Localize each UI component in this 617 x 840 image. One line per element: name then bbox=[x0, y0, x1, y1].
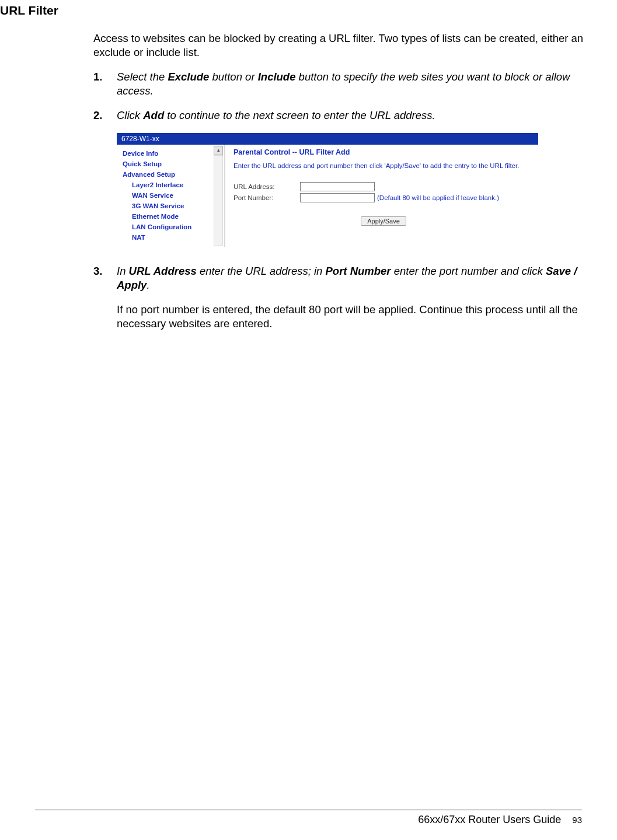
footer-page-number: 93 bbox=[572, 815, 582, 825]
port-number-input[interactable] bbox=[300, 193, 375, 202]
port-number-label: Port Number: bbox=[233, 194, 300, 201]
url-address-input[interactable] bbox=[300, 182, 375, 191]
content-pane: Parental Control -- URL Filter Add Enter… bbox=[225, 145, 538, 247]
content-description: Enter the URL address and port number th… bbox=[233, 162, 534, 169]
embedded-screenshot: 6728-W1-xx ▴ Device Info Quick Setup Adv… bbox=[117, 133, 538, 247]
step-3-frag-d: enter the port number and click bbox=[391, 265, 546, 277]
step-2-frag-a: Click bbox=[117, 109, 143, 121]
nav-quick-setup[interactable]: Quick Setup bbox=[120, 159, 224, 169]
step-3-bold-port-number: Port Number bbox=[326, 265, 391, 277]
nav-ethernet-mode[interactable]: Ethernet Mode bbox=[120, 211, 224, 222]
port-number-hint: (Default 80 will be applied if leave bla… bbox=[377, 194, 499, 201]
step-2-text: Click Add to continue to the next screen… bbox=[117, 108, 584, 123]
url-address-label: URL Address: bbox=[233, 183, 300, 190]
nav-nat[interactable]: NAT bbox=[120, 232, 224, 243]
nav-lan-configuration[interactable]: LAN Configuration bbox=[120, 222, 224, 232]
step-1-frag-a: Select the bbox=[117, 71, 168, 83]
apply-save-button[interactable]: Apply/Save bbox=[361, 216, 406, 226]
port-number-row: Port Number: (Default 80 will be applied… bbox=[233, 193, 534, 202]
step-3-note: If no port number is entered, the defaul… bbox=[117, 303, 584, 331]
nav-layer2-interface[interactable]: Layer2 Interface bbox=[120, 180, 224, 190]
step-2: 2. Click Add to continue to the next scr… bbox=[93, 108, 584, 123]
step-3-number: 3. bbox=[93, 264, 117, 331]
scrollbar[interactable] bbox=[214, 155, 223, 246]
step-2-bold-add: Add bbox=[143, 109, 164, 121]
step-3-bold-url-address: URL Address bbox=[129, 265, 197, 277]
window-titlebar: 6728-W1-xx bbox=[117, 133, 538, 145]
step-1-number: 1. bbox=[93, 70, 117, 98]
step-3-frag-e: . bbox=[147, 279, 149, 291]
step-1-text: Select the Exclude button or Include but… bbox=[117, 70, 584, 98]
nav-3g-wan-service[interactable]: 3G WAN Service bbox=[120, 201, 224, 211]
nav-advanced-setup[interactable]: Advanced Setup bbox=[120, 169, 224, 180]
nav-sidebar: ▴ Device Info Quick Setup Advanced Setup… bbox=[117, 145, 225, 247]
step-3-text: In URL Address enter the URL address; in… bbox=[117, 264, 584, 331]
step-2-frag-c: to continue to the next screen to enter … bbox=[164, 109, 435, 121]
nav-wan-service[interactable]: WAN Service bbox=[120, 190, 224, 201]
step-1: 1. Select the Exclude button or Include … bbox=[93, 70, 584, 98]
step-3-frag-c: enter the URL address; in bbox=[197, 265, 326, 277]
step-2-number: 2. bbox=[93, 108, 117, 123]
step-3-frag-a: In bbox=[117, 265, 129, 277]
step-1-bold-exclude: Exclude bbox=[168, 71, 209, 83]
step-1-frag-c: button or bbox=[209, 71, 257, 83]
step-1-bold-include: Include bbox=[258, 71, 296, 83]
scroll-up-icon[interactable]: ▴ bbox=[214, 146, 223, 155]
page-footer: 66xx/67xx Router Users Guide 93 bbox=[35, 810, 582, 826]
content-heading: Parental Control -- URL Filter Add bbox=[233, 148, 534, 156]
nav-device-info[interactable]: Device Info bbox=[120, 148, 224, 159]
intro-paragraph: Access to websites can be blocked by cre… bbox=[93, 32, 584, 60]
footer-guide-title: 66xx/67xx Router Users Guide bbox=[418, 814, 561, 825]
section-title: URL Filter bbox=[0, 4, 582, 18]
step-3: 3. In URL Address enter the URL address;… bbox=[93, 264, 584, 331]
url-address-row: URL Address: bbox=[233, 182, 534, 191]
